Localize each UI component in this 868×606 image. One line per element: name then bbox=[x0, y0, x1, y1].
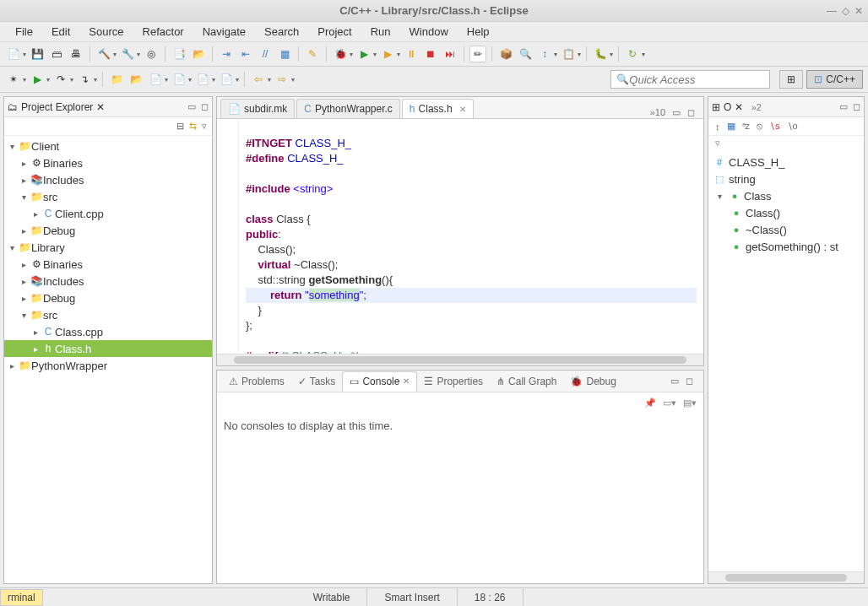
outline-string[interactable]: ⬚string bbox=[710, 170, 862, 187]
hide3-icon[interactable]: ∖o bbox=[787, 121, 798, 132]
tree-library[interactable]: ▾📁Library bbox=[4, 239, 212, 256]
tree-clientcpp[interactable]: ▸CClient.cpp bbox=[4, 205, 212, 222]
sort-az-icon[interactable]: ᵃz bbox=[742, 121, 751, 132]
close-console-icon[interactable]: ✕ bbox=[403, 376, 410, 386]
menu-window[interactable]: Window bbox=[401, 24, 457, 40]
outline-classh-def[interactable]: #CLASS_H_ bbox=[710, 154, 862, 170]
disconnect-icon[interactable]: ⏭ bbox=[442, 46, 458, 62]
perspective-cpp[interactable]: ⊡C/C++ bbox=[806, 70, 863, 89]
maximize-icon[interactable]: ◇ bbox=[842, 5, 849, 17]
debug-icon[interactable]: 🐞 bbox=[332, 46, 349, 62]
comment-icon[interactable]: // bbox=[257, 46, 274, 62]
back-icon[interactable]: ⇦ bbox=[250, 71, 267, 88]
tree-lib-binaries[interactable]: ▸⚙Binaries bbox=[4, 256, 212, 273]
minimize-view-icon[interactable]: ▭ bbox=[187, 101, 196, 112]
close-tab-icon[interactable]: ✕ bbox=[459, 105, 466, 114]
project-tree[interactable]: ▾📁Client ▸⚙Binaries ▸📚Includes ▾📁src ▸CC… bbox=[4, 136, 212, 583]
terminal-tab[interactable]: rminal bbox=[0, 589, 43, 606]
run2-icon[interactable]: ▶ bbox=[29, 71, 46, 88]
tree-client[interactable]: ▾📁Client bbox=[4, 138, 212, 154]
tab-classh[interactable]: hClass.h✕ bbox=[402, 99, 474, 118]
min-editor-icon[interactable]: ▭ bbox=[672, 107, 681, 118]
newfolder-icon[interactable]: 📁 bbox=[108, 71, 125, 88]
max-outline-icon[interactable]: ◻ bbox=[853, 101, 860, 112]
tree-debug[interactable]: ▸📁Debug bbox=[4, 222, 212, 239]
menu-edit[interactable]: Edit bbox=[43, 24, 79, 40]
saveall-icon[interactable]: 🗃 bbox=[48, 46, 65, 62]
tree-pythonwrapper[interactable]: ▸📁PythonWrapper bbox=[4, 357, 212, 374]
hide-icon[interactable]: ⦸ bbox=[757, 121, 762, 132]
tree-lib-debug[interactable]: ▸📁Debug bbox=[4, 289, 212, 306]
tree-lib-src[interactable]: ▾📁src bbox=[4, 306, 212, 323]
newconsole-icon[interactable]: ▤▾ bbox=[683, 398, 697, 409]
new-icon[interactable]: 📄 bbox=[5, 46, 22, 62]
highlight-icon[interactable]: ✏ bbox=[469, 46, 486, 62]
newfile-icon[interactable]: 📄 bbox=[218, 71, 235, 88]
tab-pythonwrapper[interactable]: CPythonWrapper.c bbox=[296, 99, 400, 118]
more-tabs[interactable]: »10 bbox=[650, 107, 665, 118]
menu-help[interactable]: Help bbox=[458, 24, 498, 40]
wrench-icon[interactable]: 🔧 bbox=[119, 46, 136, 62]
quick-access-input[interactable] bbox=[629, 73, 764, 86]
close-icon[interactable]: ✕ bbox=[854, 5, 863, 17]
newproj-icon[interactable]: 📂 bbox=[127, 71, 144, 88]
menu-source[interactable]: Source bbox=[80, 24, 132, 40]
build-icon[interactable]: 🔨 bbox=[95, 46, 112, 62]
task-icon[interactable]: ✎ bbox=[304, 46, 321, 62]
stepinto-icon[interactable]: ↴ bbox=[76, 71, 93, 88]
maximize-view-icon[interactable]: ◻ bbox=[201, 101, 209, 112]
menu-run[interactable]: Run bbox=[362, 24, 399, 40]
filter-icon[interactable]: 📑 bbox=[171, 46, 187, 62]
menu-navigate[interactable]: Navigate bbox=[194, 24, 254, 40]
menu-search[interactable]: Search bbox=[256, 24, 307, 40]
print-icon[interactable]: 🖶 bbox=[68, 46, 84, 62]
save-icon[interactable]: 💾 bbox=[29, 46, 46, 62]
profile-icon[interactable]: ▶ bbox=[379, 46, 396, 62]
open-icon[interactable]: 📂 bbox=[190, 46, 207, 62]
menu-file[interactable]: File bbox=[7, 24, 41, 40]
tree-includes[interactable]: ▸📚Includes bbox=[4, 171, 212, 188]
pause-icon[interactable]: ⏸ bbox=[403, 46, 420, 62]
pin-icon[interactable]: 📌 bbox=[644, 398, 656, 409]
display-icon[interactable]: ▭▾ bbox=[663, 398, 676, 409]
tab-tasks[interactable]: ✓Tasks bbox=[291, 372, 343, 391]
stop-icon[interactable]: ⏹ bbox=[422, 46, 439, 62]
tab-problems[interactable]: ⚠Problems bbox=[222, 372, 291, 391]
outline-getsomething[interactable]: ●getSomething() : st bbox=[710, 238, 862, 255]
outdent-icon[interactable]: ⇤ bbox=[237, 46, 254, 62]
newhdr-icon[interactable]: 📄 bbox=[194, 71, 211, 88]
newsrc-icon[interactable]: 📄 bbox=[171, 71, 187, 88]
outline-scrollbar[interactable] bbox=[708, 571, 864, 583]
editor-scrollbar[interactable] bbox=[217, 354, 703, 365]
launch-icon[interactable]: ✴ bbox=[5, 71, 22, 88]
newclass-icon[interactable]: 📄 bbox=[147, 71, 164, 88]
minimize-icon[interactable]: — bbox=[827, 5, 837, 17]
tab-callgraph[interactable]: ⋔Call Graph bbox=[490, 372, 563, 391]
open-perspective-button[interactable]: ⊞ bbox=[779, 70, 803, 89]
tree-classcpp[interactable]: ▸CClass.cpp bbox=[4, 323, 212, 340]
collapse-icon[interactable]: ⊟ bbox=[176, 121, 184, 132]
menu-project[interactable]: Project bbox=[309, 24, 360, 40]
filter-fields-icon[interactable]: ▦ bbox=[727, 121, 735, 132]
stepover-icon[interactable]: ↷ bbox=[52, 71, 69, 88]
target-icon[interactable]: ◎ bbox=[143, 46, 160, 62]
tab-debug[interactable]: 🐞Debug bbox=[563, 372, 622, 391]
sort-icon[interactable]: ↕ bbox=[715, 122, 720, 132]
code-editor[interactable]: #ITNGET CLASS_H_ #define CLASS_H_ #inclu… bbox=[217, 119, 703, 354]
outline-class[interactable]: ▾●Class bbox=[710, 187, 862, 204]
max-bottom-icon[interactable]: ◻ bbox=[686, 376, 693, 387]
hide2-icon[interactable]: ∖s bbox=[769, 121, 780, 132]
tree-lib-includes[interactable]: ▸📚Includes bbox=[4, 273, 212, 289]
min-outline-icon[interactable]: ▭ bbox=[839, 101, 848, 112]
min-bottom-icon[interactable]: ▭ bbox=[670, 376, 679, 387]
quick-access[interactable]: 🔍 bbox=[610, 70, 770, 89]
bug-icon[interactable]: 🐛 bbox=[592, 46, 609, 62]
package-icon[interactable]: 📦 bbox=[497, 46, 514, 62]
link-icon[interactable]: ⇆ bbox=[189, 121, 197, 132]
indent-icon[interactable]: ⇥ bbox=[218, 46, 235, 62]
tree-classh[interactable]: ▸hClass.h bbox=[4, 340, 212, 357]
annotation-icon[interactable]: ↕ bbox=[536, 46, 553, 62]
refresh-icon[interactable]: ↻ bbox=[624, 46, 641, 62]
block-icon[interactable]: ▦ bbox=[276, 46, 293, 62]
fwd-icon[interactable]: ⇨ bbox=[274, 71, 290, 88]
